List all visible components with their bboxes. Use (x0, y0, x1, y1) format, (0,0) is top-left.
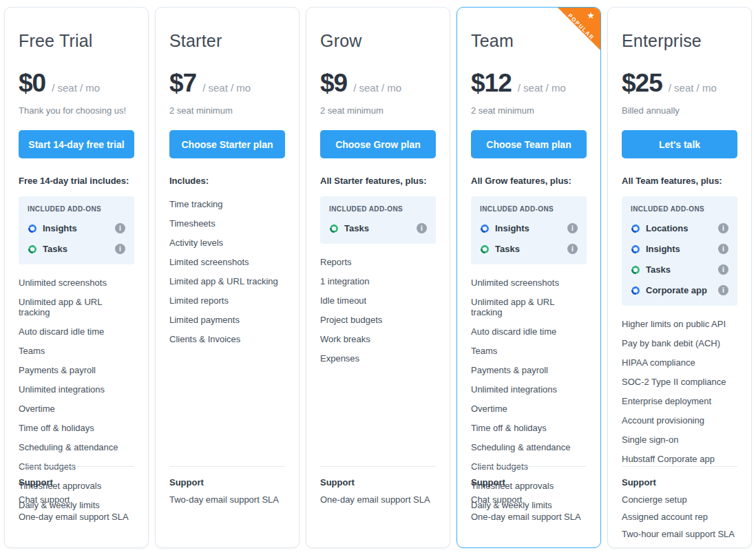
addon-logo-icon (28, 244, 37, 254)
plan-title: Team (471, 31, 587, 51)
star-icon: ★ (587, 11, 595, 20)
info-icon[interactable]: i (115, 223, 125, 233)
price-note: Thank you for choosing us! (19, 105, 134, 116)
support-title: Support (169, 477, 285, 488)
price-row: $7 / seat / mo (169, 69, 285, 98)
support-section: Support Two-day email support SLA (169, 466, 285, 505)
plan-card: ★ POPULAR Starter $7 / seat / mo 2 seat … (155, 7, 300, 548)
feature-item: Work breaks (320, 330, 436, 349)
price-row: $12 / seat / mo (471, 69, 587, 98)
price-note: 2 seat minimum (320, 105, 436, 116)
price-unit: / seat / mo (353, 82, 401, 94)
info-icon[interactable]: i (718, 244, 728, 254)
feature-item: Auto discard idle time (471, 322, 587, 342)
included-addons-title: INCLUDED ADD-ONS (28, 205, 125, 213)
support-section: Support Concierge setupAssigned account … (622, 466, 737, 539)
feature-item: Single sign-on (622, 430, 737, 450)
feature-item: Unlimited screenshots (471, 273, 587, 293)
support-item: Assigned account rep (622, 512, 737, 522)
support-item: One-day email support SLA (19, 512, 134, 522)
support-item: One-day email support SLA (471, 512, 587, 522)
support-item: Chat support (471, 494, 587, 505)
info-icon[interactable]: i (417, 223, 427, 233)
price-unit: / seat / mo (202, 82, 251, 94)
feature-item: Unlimited app & URL tracking (471, 293, 587, 322)
plan-price: $7 (169, 69, 196, 98)
feature-item: Teams (19, 342, 134, 361)
addon-logo-icon (631, 265, 640, 275)
support-item: Two-day email support SLA (169, 494, 285, 505)
pricing-table: ★ POPULAR Free Trial $0 / seat / mo Than… (0, 0, 756, 555)
feature-item: Limited reports (169, 291, 285, 311)
plan-cta-button[interactable]: Choose Starter plan (169, 130, 285, 158)
support-section: Support Chat supportOne-day email suppor… (19, 466, 134, 522)
support-item: Two-hour email support SLA (622, 529, 737, 539)
plan-card: ★ POPULAR Free Trial $0 / seat / mo Than… (4, 7, 149, 548)
support-title: Support (622, 477, 737, 488)
feature-item: Project budgets (320, 311, 436, 330)
feature-item: Unlimited screenshots (19, 273, 134, 293)
info-icon[interactable]: i (567, 244, 578, 254)
plan-title: Enterprise (622, 31, 737, 51)
feature-item: Activity levels (169, 233, 285, 253)
plan-cta-button[interactable]: Let's talk (622, 130, 737, 158)
support-section: Support Chat supportOne-day email suppor… (471, 466, 587, 522)
included-addons-title: INCLUDED ADD-ONS (329, 205, 427, 213)
feature-item: Account provisioning (622, 411, 737, 430)
info-icon[interactable]: i (718, 285, 728, 295)
addon-row: Insightsi (28, 223, 125, 233)
feature-item: Payments & payroll (471, 361, 587, 380)
included-addons-title: INCLUDED ADD-ONS (631, 205, 728, 213)
feature-item: Scheduling & attendance (471, 438, 587, 457)
included-addons-title: INCLUDED ADD-ONS (480, 205, 578, 213)
plan-price: $0 (19, 69, 45, 98)
support-title: Support (19, 477, 134, 488)
price-unit: / seat / mo (669, 82, 717, 94)
feature-item: Overtime (471, 399, 587, 419)
feature-item: Idle timeout (320, 291, 436, 311)
feature-item: Time tracking (169, 195, 285, 214)
info-icon[interactable]: i (718, 223, 728, 233)
feature-list: Time trackingTimesheetsActivity levelsLi… (169, 195, 285, 349)
feature-item: Scheduling & attendance (19, 438, 134, 457)
addon-logo-icon (480, 244, 490, 254)
plan-cta-button[interactable]: Choose Team plan (471, 130, 587, 158)
feature-item: Overtime (19, 399, 134, 419)
feature-item: Limited payments (169, 311, 285, 330)
included-addons-box: INCLUDED ADD-ONS LocationsiInsightsiTask… (622, 196, 737, 306)
addon-logo-icon (329, 224, 339, 233)
plan-title: Grow (320, 31, 436, 51)
info-icon[interactable]: i (567, 223, 578, 233)
support-title: Support (320, 477, 436, 488)
addon-logo-icon (480, 224, 490, 233)
feature-item: HIPAA compliance (622, 353, 737, 373)
includes-label: Free 14-day trial includes: (19, 176, 134, 186)
feature-item: Payments & payroll (19, 361, 134, 380)
plan-card: ★ POPULAR Team $12 / seat / mo 2 seat mi… (456, 7, 601, 548)
feature-item: Limited app & URL tracking (169, 272, 285, 291)
addon-row: Tasksi (329, 223, 427, 233)
addon-name: Insights (43, 223, 77, 233)
price-unit: / seat / mo (52, 82, 100, 94)
support-section: Support One-day email support SLA (320, 466, 436, 505)
addon-name: Tasks (43, 244, 67, 254)
plan-cta-button[interactable]: Start 14-day free trial (19, 130, 134, 158)
addon-row: Tasksi (480, 244, 578, 254)
plan-title: Free Trial (19, 31, 134, 51)
addon-row: Tasksi (631, 264, 728, 275)
included-addons-box: INCLUDED ADD-ONS Tasksi (320, 196, 436, 244)
info-icon[interactable]: i (115, 244, 125, 254)
feature-list: Higher limits on public APIPay by bank d… (622, 315, 737, 469)
addon-name: Locations (646, 223, 688, 233)
includes-label: All Grow features, plus: (471, 176, 587, 186)
addon-name: Tasks (344, 223, 369, 233)
plan-price: $25 (622, 69, 662, 98)
addon-row: Insightsi (631, 244, 728, 254)
addon-name: Insights (495, 223, 529, 233)
info-icon[interactable]: i (718, 264, 728, 275)
addon-name: Tasks (495, 244, 520, 254)
feature-item: Unlimited integrations (471, 380, 587, 399)
plan-cta-button[interactable]: Choose Grow plan (320, 130, 436, 158)
addon-row: Locationsi (631, 223, 728, 233)
addon-name: Corporate app (646, 285, 707, 295)
